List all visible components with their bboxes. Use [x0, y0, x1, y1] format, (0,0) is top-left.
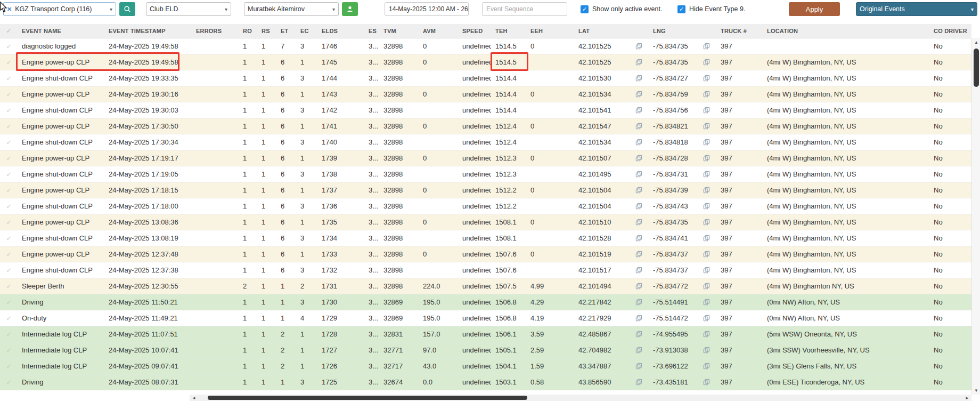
copy-icon[interactable] [703, 283, 710, 290]
column-header-lng[interactable]: LNG [649, 24, 716, 38]
checkbox-checked-icon[interactable]: ✓ [581, 5, 589, 13]
column-header-errors[interactable]: ERRORS [192, 24, 239, 38]
column-header-teh[interactable]: TEH [491, 24, 526, 38]
copy-icon[interactable] [635, 123, 642, 130]
check-icon[interactable]: ✓ [6, 43, 11, 50]
search-button[interactable] [119, 2, 135, 16]
column-header-rs[interactable]: RS [257, 24, 276, 38]
check-icon[interactable]: ✓ [6, 187, 11, 194]
copy-icon[interactable] [703, 171, 710, 178]
event-sequence-input[interactable]: Event Sequence [482, 2, 567, 16]
copy-icon[interactable] [635, 43, 642, 50]
check-icon[interactable]: ✓ [6, 379, 11, 386]
copy-icon[interactable] [703, 187, 710, 194]
check-icon[interactable]: ✓ [6, 331, 11, 338]
table-row[interactable]: ✓Engine power-up CLP24-May-2025 17:30:50… [0, 118, 971, 134]
check-icon[interactable]: ✓ [6, 347, 11, 354]
vertical-scrollbar[interactable]: ▲ ▼ [971, 38, 980, 395]
table-row[interactable]: ✓Engine power-up CLP24-May-2025 07:50:51… [0, 390, 971, 395]
copy-icon[interactable] [635, 107, 642, 114]
date-range-input[interactable]: 14-May-2025 12:00 AM - 26-Ma [385, 2, 469, 16]
clear-company-icon[interactable]: ✕ [7, 6, 12, 13]
copy-icon[interactable] [703, 267, 710, 274]
table-row[interactable]: ✓Engine shut-down CLP24-May-2025 13:08:1… [0, 230, 971, 246]
table-row[interactable]: ✓Intermediate log CLP24-May-2025 09:07:4… [0, 358, 971, 374]
copy-icon[interactable] [703, 251, 710, 258]
horizontal-scrollbar[interactable]: ◄ ► [190, 395, 971, 401]
scroll-up-icon[interactable]: ▲ [972, 38, 980, 46]
copy-icon[interactable] [635, 379, 642, 386]
check-icon[interactable]: ✓ [6, 59, 11, 66]
scroll-down-icon[interactable]: ▼ [972, 386, 980, 395]
copy-icon[interactable] [635, 91, 642, 98]
scroll-right-icon[interactable]: ► [963, 395, 971, 401]
copy-icon[interactable] [703, 363, 710, 370]
copy-icon[interactable] [635, 187, 642, 194]
copy-icon[interactable] [703, 379, 710, 386]
copy-icon[interactable] [703, 347, 710, 354]
table-row[interactable]: ✓Engine power-up CLP24-May-2025 12:37:48… [0, 246, 971, 262]
column-header-et[interactable]: ET [276, 24, 296, 38]
copy-icon[interactable] [635, 347, 642, 354]
copy-icon[interactable] [635, 299, 642, 306]
table-row[interactable]: ✓Engine power-up CLP24-May-2025 19:30:16… [0, 86, 971, 102]
table-row[interactable]: ✓Driving24-May-2025 11:50:21111317303...… [0, 294, 971, 310]
horizontal-scrollbar-thumb[interactable] [208, 396, 527, 400]
column-header-eeh[interactable]: EEH [526, 24, 574, 38]
check-icon[interactable]: ✓ [6, 363, 11, 370]
copy-icon[interactable] [635, 283, 642, 290]
check-icon[interactable]: ✓ [6, 267, 11, 274]
copy-icon[interactable] [635, 155, 642, 162]
copy-icon[interactable] [635, 203, 642, 210]
copy-icon[interactable] [703, 43, 710, 50]
table-row[interactable]: ✓Engine power-up CLP24-May-2025 17:19:17… [0, 150, 971, 166]
check-icon[interactable]: ✓ [6, 235, 11, 242]
check-icon[interactable]: ✓ [6, 251, 11, 258]
copy-icon[interactable] [635, 235, 642, 242]
table-row[interactable]: ✓On-duty24-May-2025 11:49:21111417293...… [0, 310, 971, 326]
table-row[interactable]: ✓Engine shut-down CLP24-May-2025 19:33:3… [0, 70, 971, 86]
check-icon[interactable]: ✓ [6, 283, 11, 290]
check-icon[interactable]: ✓ [6, 107, 11, 114]
company-select[interactable]: ✕ KGZ Transport Corp (116) ▾ [3, 2, 116, 16]
copy-icon[interactable] [703, 107, 710, 114]
table-row[interactable]: ✓Intermediate log CLP24-May-2025 10:07:4… [0, 342, 971, 358]
vertical-scrollbar-thumb[interactable] [974, 49, 979, 87]
select-all-header[interactable]: ✓ [0, 24, 18, 38]
show-active-checkbox[interactable]: ✓ Show only active event. [581, 2, 662, 16]
table-row[interactable]: ✓Engine power-up CLP24-May-2025 17:18:15… [0, 182, 971, 198]
column-header-event-timestamp[interactable]: EVENT TIMESTAMP [104, 24, 192, 38]
eld-select[interactable]: Club ELD ▾ [146, 2, 231, 16]
column-header-tvm[interactable]: TVM [379, 24, 419, 38]
check-icon[interactable]: ✓ [6, 155, 11, 162]
column-header-ec[interactable]: EC [296, 24, 317, 38]
copy-icon[interactable] [703, 315, 710, 322]
copy-icon[interactable] [703, 91, 710, 98]
check-icon[interactable]: ✓ [6, 91, 11, 98]
copy-icon[interactable] [703, 139, 710, 146]
check-icon[interactable]: ✓ [6, 203, 11, 210]
copy-icon[interactable] [635, 75, 642, 82]
check-icon[interactable]: ✓ [6, 171, 11, 178]
driver-profile-button[interactable] [342, 2, 358, 16]
copy-icon[interactable] [703, 123, 710, 130]
copy-icon[interactable] [635, 59, 642, 66]
driver-select[interactable]: Muratbek Aitemirov ▾ [244, 2, 339, 16]
table-row[interactable]: ✓Engine power-up CLP24-May-2025 19:49:58… [0, 54, 971, 70]
copy-icon[interactable] [703, 235, 710, 242]
table-row[interactable]: ✓Engine shut-down CLP24-May-2025 17:19:0… [0, 166, 971, 182]
copy-icon[interactable] [703, 155, 710, 162]
table-row[interactable]: ✓Sleeper Berth24-May-2025 12:30:55211217… [0, 278, 971, 294]
column-header-event-name[interactable]: EVENT NAME [18, 24, 104, 38]
table-row[interactable]: ✓Engine shut-down CLP24-May-2025 12:37:3… [0, 262, 971, 278]
check-icon[interactable]: ✓ [6, 219, 11, 226]
copy-icon[interactable] [635, 331, 642, 338]
check-icon[interactable]: ✓ [6, 315, 11, 322]
column-header-es[interactable]: ES [364, 24, 379, 38]
table-row[interactable]: ✓Engine power-up CLP24-May-2025 13:08:36… [0, 214, 971, 230]
table-row[interactable]: ✓Engine shut-down CLP24-May-2025 19:30:0… [0, 102, 971, 118]
copy-icon[interactable] [635, 363, 642, 370]
check-icon[interactable]: ✓ [6, 139, 11, 146]
copy-icon[interactable] [703, 203, 710, 210]
column-header-ro[interactable]: RO [239, 24, 257, 38]
